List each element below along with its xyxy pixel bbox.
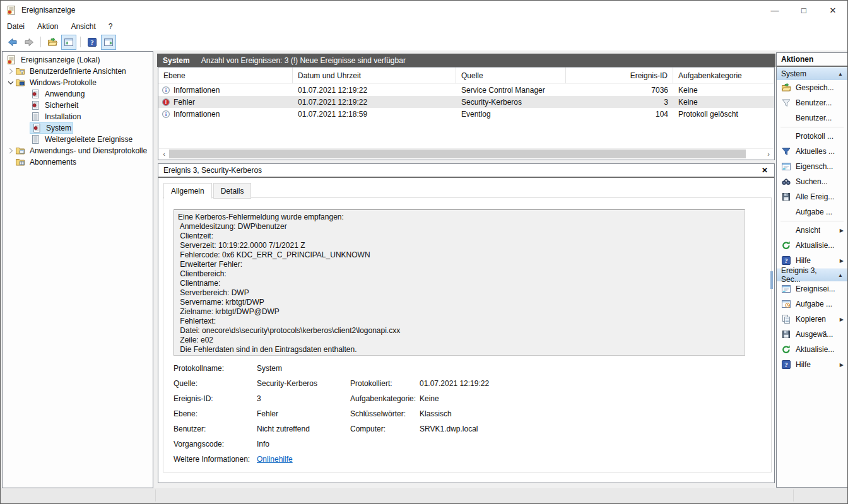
scrollbar-thumb[interactable] — [169, 149, 746, 158]
cell-event-id: 7036 — [566, 86, 673, 95]
action-clear-log[interactable]: Protokoll ... — [777, 129, 847, 144]
action-open-saved-log[interactable]: Gespeich... — [777, 80, 847, 95]
detail-scrollbar-thumb[interactable] — [770, 271, 773, 289]
table-row-selected[interactable]: Fehler 01.07.2021 12:19:22 Security-Kerb… — [158, 96, 774, 108]
detail-header: Ereignis 3, Security-Kerberos ✕ — [158, 164, 774, 178]
action-create-custom-view[interactable]: Benutzer... — [777, 95, 847, 110]
action-label: Gespeich... — [796, 83, 834, 92]
column-quelle[interactable]: Quelle — [456, 67, 566, 83]
action-label: Benutzer... — [796, 114, 832, 122]
chevron-down-icon[interactable] — [6, 78, 15, 87]
tree-item-weitergeleitete-ereignisse[interactable]: Weitergeleitete Ereignisse — [3, 134, 153, 145]
action-pane-icon — [103, 37, 114, 47]
scroll-right-icon[interactable]: › — [763, 150, 774, 158]
actions-section-system[interactable]: System ▲ — [777, 67, 847, 80]
horizontal-scrollbar[interactable]: ‹ › — [159, 148, 774, 159]
event-log-icon — [32, 123, 42, 133]
cell-category: Protokoll gelöscht — [673, 110, 774, 119]
field-value: Keine — [420, 394, 771, 403]
action-event-help-submenu[interactable]: Hilfe ▶ — [777, 357, 847, 372]
action-copy-submenu[interactable]: Kopieren ▶ — [777, 312, 847, 327]
back-button[interactable] — [5, 35, 20, 50]
field-label: Ebene: — [174, 409, 257, 418]
action-find[interactable]: Suchen... — [777, 174, 847, 189]
action-attach-task-to-event[interactable]: Aufgabe ... — [777, 296, 847, 312]
menu-aktion[interactable]: Aktion — [31, 20, 64, 33]
action-save-all-events[interactable]: Alle Ereig... — [777, 189, 847, 204]
status-strip — [1, 488, 847, 503]
collapse-icon[interactable]: ▲ — [838, 71, 843, 77]
close-detail-icon[interactable]: ✕ — [762, 166, 768, 175]
tree-item-abonnements[interactable]: Abonnements — [3, 156, 153, 168]
table-row[interactable]: Informationen 01.07.2021 12:18:59 Eventl… — [158, 108, 774, 120]
action-import-custom-view[interactable]: Benutzer... — [777, 110, 847, 126]
detail-title: Ereignis 3, Security-Kerberos — [163, 166, 262, 175]
forward-arrow-icon — [24, 37, 34, 47]
help-button[interactable] — [85, 35, 100, 50]
tree-item-windows-protokolle[interactable]: Windows-Protokolle — [3, 77, 153, 88]
chevron-right-icon[interactable] — [6, 67, 15, 76]
forward-button[interactable] — [21, 35, 37, 50]
cell-datetime: 01.07.2021 12:19:22 — [293, 98, 456, 107]
event-fields: Protokollname: System Quelle: Security-K… — [163, 361, 771, 467]
action-filter-current-log[interactable]: Aktuelles ... — [777, 144, 847, 159]
column-aufgabenkategorie[interactable]: Aufgabenkategorie — [673, 67, 774, 83]
field-value: System — [257, 364, 350, 373]
tab-details[interactable]: Details — [213, 183, 252, 199]
tree-item-sicherheit[interactable]: Sicherheit — [3, 100, 153, 111]
column-ebene[interactable]: Ebene — [158, 67, 293, 83]
collapse-icon[interactable]: ▲ — [838, 273, 843, 278]
open-saved-log-button[interactable] — [45, 35, 60, 50]
maximize-button[interactable]: □ — [789, 1, 818, 20]
toggle-console-tree-button[interactable] — [61, 35, 76, 50]
action-view-submenu[interactable]: Ansicht ▶ — [777, 223, 847, 238]
action-refresh[interactable]: Aktualisie... — [777, 238, 847, 253]
action-attach-task[interactable]: Aufgabe ... — [777, 204, 847, 220]
tree-item-system[interactable]: System — [3, 122, 153, 134]
title-bar: Ereignisanzeige — □ ✕ — [1, 1, 847, 20]
action-properties[interactable]: Eigensch... — [777, 159, 847, 174]
app-icon — [6, 5, 16, 15]
message-line: Serverzeit: 10:19:22.0000 7/1/2021 Z — [178, 241, 741, 250]
message-line: Zeile: e02 — [178, 336, 741, 345]
close-button[interactable]: ✕ — [818, 1, 847, 20]
action-refresh-event[interactable]: Aktualisie... — [777, 342, 847, 357]
event-message-box[interactable]: Eine Kerberos-Fehlermeldung wurde empfan… — [174, 209, 745, 356]
cell-source: Security-Kerberos — [456, 98, 566, 107]
toggle-action-pane-button[interactable] — [101, 35, 116, 50]
tree-label: Weitergeleitete Ereignisse — [44, 135, 134, 144]
detail-tabs: Allgemein Details — [163, 183, 252, 199]
table-row[interactable]: Informationen 01.07.2021 12:19:22 Servic… — [158, 84, 774, 96]
menu-hilfe[interactable]: ? — [102, 20, 119, 33]
minimize-button[interactable]: — — [760, 1, 789, 20]
message-line: Servername: krbtgt/DWP — [178, 298, 741, 307]
cell-source: Service Control Manager — [456, 86, 566, 95]
submenu-arrow-icon: ▶ — [840, 362, 844, 368]
action-label: Aktualisie... — [796, 345, 834, 354]
menu-bar: Datei Aktion Ansicht ? — [1, 20, 847, 33]
actions-title: Aktionen — [777, 53, 847, 67]
log-event-count: Anzahl von Ereignissen: 3 (!) Neue Ereig… — [201, 56, 406, 65]
tree-item-anwendung[interactable]: Anwendung — [3, 88, 153, 100]
column-ereignis-id[interactable]: Ereignis-ID — [566, 67, 673, 83]
tree-item-installation[interactable]: Installation — [3, 111, 153, 122]
tab-allgemein[interactable]: Allgemein — [163, 183, 212, 199]
actions-section-event[interactable]: Ereignis 3, Sec... ▲ — [777, 268, 847, 281]
tree-label: Windows-Protokolle — [28, 78, 98, 87]
tree-item-anwendungs-und-dienstprotokolle[interactable]: Anwendungs- und Dienstprotokolle — [3, 145, 153, 156]
column-datum[interactable]: Datum und Uhrzeit — [293, 67, 456, 83]
cell-category: Keine — [673, 98, 774, 107]
copy-icon — [781, 314, 791, 324]
action-label: Ausgewä... — [796, 330, 833, 339]
action-label: Protokoll ... — [796, 132, 833, 141]
menu-ansicht[interactable]: Ansicht — [64, 20, 102, 33]
action-save-selected-events[interactable]: Ausgewä... — [777, 327, 847, 342]
scroll-left-icon[interactable]: ‹ — [159, 150, 169, 158]
tree-item-root[interactable]: Ereignisanzeige (Lokal) — [3, 54, 153, 66]
pane-divider — [793, 489, 794, 501]
chevron-right-icon[interactable] — [6, 146, 15, 155]
tree-item-benutzerdefinierte-ansichten[interactable]: Benutzerdefinierte Ansichten — [3, 66, 153, 77]
onlinehilfe-link[interactable]: Onlinehilfe — [257, 455, 293, 464]
tree-label: Installation — [44, 112, 82, 121]
menu-datei[interactable]: Datei — [1, 20, 31, 33]
